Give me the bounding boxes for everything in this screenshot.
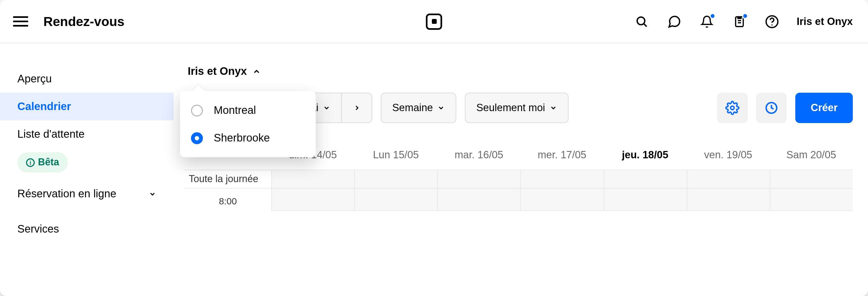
sidebar-item-waitlist[interactable]: Liste d'attente (0, 120, 174, 148)
allday-row: Toute la journée (184, 170, 853, 189)
info-icon: i (26, 158, 35, 167)
time-cell[interactable] (271, 189, 354, 210)
time-cell[interactable] (603, 189, 686, 210)
menu-icon[interactable] (13, 13, 30, 30)
time-cell[interactable] (521, 189, 603, 210)
time-cell[interactable] (437, 189, 521, 210)
time-cell[interactable] (686, 189, 770, 210)
svg-point-7 (731, 106, 734, 110)
header-actions: Iris et Onyx (634, 14, 853, 29)
svg-line-1 (644, 24, 646, 26)
create-label: Créer (811, 102, 838, 114)
allday-cell[interactable] (437, 170, 521, 188)
day-header[interactable]: Sam 20/05 (770, 145, 853, 165)
sidebar-item-calendar[interactable]: Calendrier (0, 93, 174, 120)
time-cell[interactable] (354, 189, 437, 210)
chevron-right-icon (353, 104, 361, 112)
bell-icon[interactable] (699, 14, 714, 29)
chat-icon[interactable] (666, 14, 682, 29)
chevron-down-icon (549, 104, 557, 112)
allday-cell[interactable] (770, 170, 853, 188)
clipboard-icon[interactable] (732, 14, 747, 29)
beta-label: Bêta (38, 157, 59, 168)
day-header[interactable]: mer. 17/05 (521, 145, 603, 165)
day-header[interactable]: jeu. 18/05 (603, 145, 686, 165)
sidebar-item-label: Réservation en ligne (18, 188, 116, 200)
help-icon[interactable] (764, 14, 779, 29)
location-option-label: Montreal (214, 104, 256, 117)
allday-label: Toute la journée (184, 170, 271, 188)
view-label: Semaine (392, 102, 433, 114)
beta-badge: i Bêta (18, 152, 68, 172)
svg-point-0 (637, 17, 645, 24)
view-picker-button[interactable]: Semaine (381, 93, 456, 123)
notification-dot (709, 13, 715, 19)
allday-cell[interactable] (271, 170, 354, 188)
location-selector-label: Iris et Onyx (188, 65, 247, 77)
clock-icon (765, 101, 779, 115)
allday-cell[interactable] (521, 170, 603, 188)
radio-icon (191, 132, 203, 144)
availability-button[interactable] (756, 93, 787, 123)
day-header[interactable]: ven. 19/05 (686, 145, 770, 165)
sidebar: Aperçu Calendrier Liste d'attente i Bêta… (0, 43, 174, 296)
calendar-days-header: dim. 14/05 Lun 15/05 mar. 16/05 mer. 17/… (271, 145, 853, 165)
radio-icon (191, 104, 203, 116)
create-button[interactable]: Créer (796, 93, 853, 123)
sidebar-item-overview[interactable]: Aperçu (0, 65, 174, 93)
account-name[interactable]: Iris et Onyx (797, 15, 853, 27)
allday-cell[interactable] (686, 170, 770, 188)
settings-button[interactable] (717, 93, 748, 123)
notification-dot (742, 13, 748, 19)
location-option-montreal[interactable]: Montreal (180, 97, 316, 124)
svg-point-6 (771, 24, 772, 25)
time-label: 8:00 (184, 189, 271, 211)
location-option-sherbrooke[interactable]: Sherbrooke (180, 124, 316, 152)
allday-cell[interactable] (603, 170, 686, 188)
time-row: 8:00 (184, 189, 853, 211)
location-dropdown: Montreal Sherbrooke (180, 91, 316, 157)
chevron-down-icon (437, 104, 445, 112)
sidebar-item-services[interactable]: Services (0, 215, 174, 243)
next-button[interactable] (342, 93, 372, 123)
main-content: Iris et Onyx Montreal Sherbrooke mai (174, 43, 868, 296)
top-header: Rendez-vous Iris et Onyx (0, 0, 868, 43)
square-logo[interactable] (426, 13, 442, 30)
chevron-down-icon (323, 104, 330, 112)
allday-cell[interactable] (354, 170, 437, 188)
location-selector[interactable]: Iris et Onyx (188, 65, 261, 77)
chevron-up-icon (252, 67, 261, 76)
time-cell[interactable] (770, 189, 853, 210)
staff-picker-button[interactable]: Seulement moi (465, 93, 568, 123)
day-header[interactable]: mar. 16/05 (437, 145, 521, 165)
app-title: Rendez-vous (43, 14, 124, 29)
day-header[interactable]: Lun 15/05 (354, 145, 437, 165)
sidebar-item-online-booking[interactable]: Réservation en ligne (0, 180, 174, 208)
staff-label: Seulement moi (476, 102, 545, 114)
location-option-label: Sherbrooke (214, 132, 270, 144)
search-icon[interactable] (634, 14, 649, 29)
chevron-down-icon (149, 190, 156, 198)
gear-icon (725, 101, 740, 115)
